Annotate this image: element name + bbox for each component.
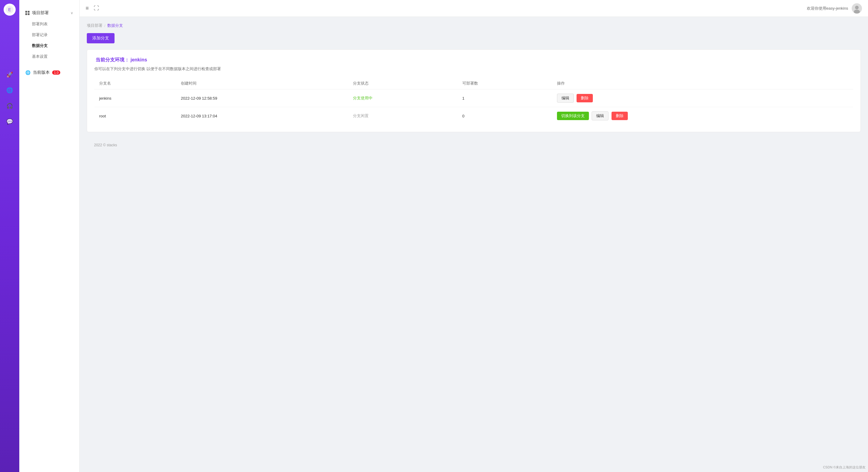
breadcrumb-separator: / <box>104 24 105 28</box>
icon-bar: E 🚀 🌐 🎧 💬 <box>0 0 19 472</box>
breadcrumb-parent: 项目部署 <box>87 23 102 28</box>
col-status: 分支状态 <box>348 78 458 90</box>
switch-button-root[interactable]: 切换到该分支 <box>557 112 589 120</box>
branch-actions-root: 切换到该分支 编辑 删除 <box>552 107 853 125</box>
user-avatar[interactable] <box>852 3 862 13</box>
breadcrumb-current[interactable]: 数据分支 <box>107 23 123 28</box>
edit-button-jenkins[interactable]: 编辑 <box>557 94 574 103</box>
nav-icons: 🚀 🌐 🎧 💬 <box>5 70 14 127</box>
top-header: ≡ ⛶ 欢迎你使用easy-jenkins <box>80 0 868 17</box>
headset-icon[interactable]: 🎧 <box>5 101 14 111</box>
welcome-text: 欢迎你使用easy-jenkins <box>807 6 848 11</box>
globe-small-icon: 🌐 <box>25 70 30 75</box>
delete-button-jenkins[interactable]: 删除 <box>577 94 593 102</box>
branch-created-jenkins: 2022-12-09 12:58:59 <box>176 90 348 107</box>
csdn-watermark: CSDN ©来自上海的这位朋友 <box>823 465 866 470</box>
status-text-jenkins: 分支使用中 <box>353 96 373 100</box>
footer-copyright: 2022 © stacks <box>94 143 117 147</box>
branch-name-root: root <box>94 107 176 125</box>
svg-point-3 <box>855 6 859 9</box>
sidebar-item-data-branch[interactable]: 数据分支 <box>19 40 79 51</box>
table-row: root 2022-12-09 13:17:04 分支闲置 0 切换到该分支 编… <box>94 107 853 125</box>
branch-table: 分支名 创建时间 分支状态 可部署数 操作 jenkins 2022-12-09… <box>94 78 853 125</box>
edit-button-root[interactable]: 编辑 <box>592 111 609 121</box>
card-description: 你可以在下列分支中进行切换 以便于在不同数据版本之间进行检查或部署 <box>94 66 853 72</box>
env-value: jenkins <box>130 57 147 62</box>
add-branch-button[interactable]: 添加分支 <box>87 33 115 43</box>
deploy-menu-label: 项目部署 <box>32 10 49 15</box>
fullscreen-icon[interactable]: ⛶ <box>94 5 99 11</box>
col-branch-name: 分支名 <box>94 78 176 90</box>
version-label: 当前版本 <box>33 70 50 75</box>
col-created-at: 创建时间 <box>176 78 348 90</box>
branch-deploy-count-jenkins: 1 <box>458 90 552 107</box>
table-row: jenkins 2022-12-09 12:58:59 分支使用中 1 编辑 删… <box>94 90 853 107</box>
table-head: 分支名 创建时间 分支状态 可部署数 操作 <box>94 78 853 90</box>
main-area: ≡ ⛶ 欢迎你使用easy-jenkins 项目部署 / 数据分支 添加分 <box>80 0 868 472</box>
deploy-menu-header[interactable]: 项目部署 ∨ <box>19 7 79 19</box>
branch-status-jenkins: 分支使用中 <box>348 90 458 107</box>
col-actions: 操作 <box>552 78 853 90</box>
globe-icon[interactable]: 🌐 <box>5 86 14 95</box>
sidebar-item-deploy-list[interactable]: 部署列表 <box>19 19 79 30</box>
branch-status-root: 分支闲置 <box>348 107 458 125</box>
table-header-row: 分支名 创建时间 分支状态 可部署数 操作 <box>94 78 853 90</box>
sidebar-version[interactable]: 🌐 当前版本 1.0 <box>19 67 79 78</box>
app-logo[interactable]: E <box>4 4 16 15</box>
version-badge: 1.0 <box>52 70 60 75</box>
status-text-root: 分支闲置 <box>353 113 369 118</box>
env-label: 当前分支环境： <box>96 57 129 62</box>
content-area: 项目部署 / 数据分支 添加分支 当前分支环境：jenkins 你可以在下列分支… <box>80 17 868 472</box>
branch-deploy-count-root: 0 <box>458 107 552 125</box>
branch-card: 当前分支环境：jenkins 你可以在下列分支中进行切换 以便于在不同数据版本之… <box>87 49 861 132</box>
breadcrumb: 项目部署 / 数据分支 <box>87 23 861 28</box>
env-title: 当前分支环境：jenkins <box>94 57 853 63</box>
csdn-text: CSDN ©来自上海的这位朋友 <box>823 465 866 469</box>
header-right: 欢迎你使用easy-jenkins <box>807 3 862 13</box>
rocket-icon[interactable]: 🚀 <box>5 70 14 79</box>
menu-icon[interactable]: ≡ <box>86 5 89 11</box>
header-left: ≡ ⛶ <box>86 5 99 11</box>
sidebar: 项目部署 ∨ 部署列表 部署记录 数据分支 基本设置 🌐 当前版本 1.0 <box>19 0 80 472</box>
table-body: jenkins 2022-12-09 12:58:59 分支使用中 1 编辑 删… <box>94 90 853 125</box>
grid-icon <box>25 11 30 15</box>
branch-name-jenkins: jenkins <box>94 90 176 107</box>
sidebar-item-deploy-records[interactable]: 部署记录 <box>19 30 79 40</box>
chat-icon[interactable]: 💬 <box>5 117 14 127</box>
branch-actions-jenkins: 编辑 删除 <box>552 90 853 107</box>
branch-created-root: 2022-12-09 13:17:04 <box>176 107 348 125</box>
sidebar-item-basic-settings[interactable]: 基本设置 <box>19 51 79 62</box>
col-deploy-count: 可部署数 <box>458 78 552 90</box>
footer: 2022 © stacks <box>87 138 861 152</box>
svg-text:E: E <box>8 7 11 12</box>
deploy-menu-group: 项目部署 ∨ 部署列表 部署记录 数据分支 基本设置 <box>19 5 79 64</box>
delete-button-root[interactable]: 删除 <box>612 112 628 120</box>
chevron-down-icon: ∨ <box>70 11 73 15</box>
